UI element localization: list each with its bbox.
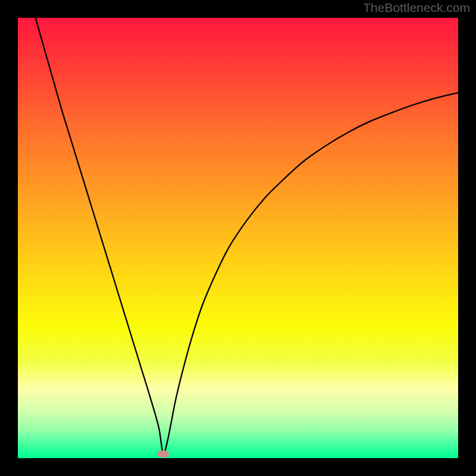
gradient-background	[18, 18, 458, 458]
chart-frame: TheBottleneck.com	[0, 0, 476, 476]
plot-area	[18, 18, 458, 458]
minimum-marker	[157, 450, 169, 458]
chart-svg	[18, 18, 458, 458]
watermark-text: TheBottleneck.com	[363, 1, 470, 15]
